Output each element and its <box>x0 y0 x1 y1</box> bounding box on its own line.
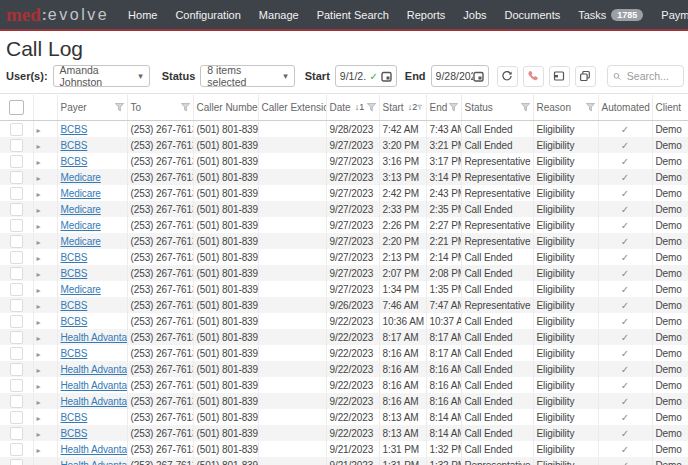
expand-caret-icon[interactable]: ▸ <box>37 350 41 359</box>
expand-caret-icon[interactable]: ▸ <box>37 430 41 439</box>
table-row[interactable]: ▸ Medicare(253) 267-7613(501) 801-83919/… <box>0 201 688 217</box>
payer-link[interactable]: BCBS <box>61 316 88 327</box>
table-row[interactable]: ▸ BCBS(253) 267-7613(501) 801-83919/22/2… <box>0 345 688 361</box>
payer-link[interactable]: Medicare <box>61 284 101 295</box>
column-header-date[interactable]: Date↓1 <box>326 94 379 121</box>
search-input[interactable] <box>625 69 678 83</box>
payer-link[interactable]: Health Advantage <box>61 444 128 455</box>
call-button[interactable] <box>523 66 544 87</box>
expand-caret-icon[interactable]: ▸ <box>37 302 41 311</box>
row-checkbox[interactable] <box>10 187 23 200</box>
expand-caret-icon[interactable]: ▸ <box>37 334 41 343</box>
table-row[interactable]: ▸ Health Advantage(253) 267-7613(501) 80… <box>0 329 688 345</box>
row-checkbox[interactable] <box>10 203 23 216</box>
payer-link[interactable]: Medicare <box>61 220 101 231</box>
row-checkbox[interactable] <box>10 411 23 424</box>
table-row[interactable]: ▸ Medicare(253) 267-7613(501) 801-83919/… <box>0 217 688 233</box>
payer-link[interactable]: BCBS <box>61 156 88 167</box>
payer-link[interactable]: BCBS <box>61 140 88 151</box>
payer-link[interactable]: Health Advantage <box>61 396 128 407</box>
row-checkbox[interactable] <box>10 283 23 296</box>
column-header-end[interactable]: End <box>426 94 461 121</box>
row-checkbox[interactable] <box>10 139 23 152</box>
row-checkbox[interactable] <box>10 363 23 376</box>
filter-funnel-icon[interactable] <box>181 103 190 112</box>
filter-funnel-icon[interactable] <box>115 103 124 112</box>
nav-item-manage[interactable]: Manage <box>250 0 308 29</box>
table-row[interactable]: ▸ BCBS(253) 267-7613(501) 801-83919/22/2… <box>0 425 688 441</box>
nav-item-jobs[interactable]: Jobs <box>454 0 495 29</box>
table-row[interactable]: ▸ BCBS(253) 267-7613(501) 801-83919/27/2… <box>0 265 688 281</box>
medevolve-logo[interactable]: med : evolve <box>0 0 119 29</box>
filter-funnel-icon[interactable] <box>367 103 376 112</box>
search-box[interactable] <box>607 65 684 87</box>
payer-link[interactable]: Medicare <box>61 172 101 183</box>
column-header-caller_extension[interactable]: Caller Extension <box>258 94 326 121</box>
expand-caret-icon[interactable]: ▸ <box>37 190 41 199</box>
table-row[interactable]: ▸ Health Advantage(253) 267-7613(501) 80… <box>0 377 688 393</box>
table-row[interactable]: ▸ BCBS(253) 267-7613(501) 801-83919/28/2… <box>0 121 688 138</box>
table-row[interactable]: ▸ Medicare(253) 267-7613(501) 801-83919/… <box>0 233 688 249</box>
payer-link[interactable]: BCBS <box>61 412 88 423</box>
row-checkbox[interactable] <box>10 299 23 312</box>
expand-caret-icon[interactable]: ▸ <box>37 286 41 295</box>
expand-caret-icon[interactable]: ▸ <box>37 254 41 263</box>
row-checkbox[interactable] <box>10 331 23 344</box>
row-checkbox[interactable] <box>10 171 23 184</box>
filter-funnel-icon[interactable] <box>521 103 530 112</box>
table-row[interactable]: ▸ BCBS(253) 267-7613(501) 801-83919/27/2… <box>0 249 688 265</box>
payer-link[interactable]: BCBS <box>61 268 88 279</box>
table-row[interactable]: ▸ BCBS(253) 267-7613(501) 801-83919/22/2… <box>0 409 688 425</box>
expand-caret-icon[interactable]: ▸ <box>37 318 41 327</box>
payer-link[interactable]: Health Advantage <box>61 380 128 391</box>
table-row[interactable]: ▸ Health Advantage(253) 267-7613(501) 80… <box>0 457 688 465</box>
table-row[interactable]: ▸ Medicare(253) 267-7613(501) 801-83919/… <box>0 281 688 297</box>
expand-caret-icon[interactable]: ▸ <box>37 222 41 231</box>
row-checkbox[interactable] <box>10 427 23 440</box>
expand-caret-icon[interactable]: ▸ <box>37 158 41 167</box>
expand-caret-icon[interactable]: ▸ <box>37 382 41 391</box>
column-header-status[interactable]: Status <box>461 94 533 121</box>
table-row[interactable]: ▸ Health Advantage(253) 267-7613(501) 80… <box>0 361 688 377</box>
row-checkbox[interactable] <box>10 219 23 232</box>
table-row[interactable]: ▸ Medicare(253) 267-7613(501) 801-83919/… <box>0 185 688 201</box>
table-row[interactable]: ▸ Health Advantage(253) 267-7613(501) 80… <box>0 441 688 457</box>
nav-item-tasks[interactable]: Tasks1785 <box>569 0 652 29</box>
start-date-input[interactable]: 9/1/2... ✓ <box>335 65 397 87</box>
payer-link[interactable]: BCBS <box>61 428 88 439</box>
row-checkbox[interactable] <box>10 235 23 248</box>
refresh-button[interactable] <box>497 66 518 87</box>
expand-caret-icon[interactable]: ▸ <box>37 462 41 465</box>
expand-caret-icon[interactable]: ▸ <box>37 126 41 135</box>
expand-caret-icon[interactable]: ▸ <box>37 270 41 279</box>
expand-caret-icon[interactable]: ▸ <box>37 174 41 183</box>
table-row[interactable]: ▸ BCBS(253) 267-7613(501) 801-83919/27/2… <box>0 137 688 153</box>
row-checkbox[interactable] <box>10 459 23 465</box>
calendar-icon[interactable] <box>473 71 484 82</box>
payer-link[interactable]: BCBS <box>61 348 88 359</box>
payer-link[interactable]: BCBS <box>61 124 88 135</box>
nav-item-reports[interactable]: Reports <box>398 0 455 29</box>
copy-button[interactable] <box>575 66 596 87</box>
column-header-reason[interactable]: Reason <box>533 94 598 121</box>
expand-caret-icon[interactable]: ▸ <box>37 238 41 247</box>
table-row[interactable]: ▸ BCBS(253) 267-7613(501) 801-83919/22/2… <box>0 313 688 329</box>
payer-link[interactable]: BCBS <box>61 252 88 263</box>
payer-link[interactable]: Health Advantage <box>61 460 128 465</box>
row-checkbox[interactable] <box>10 267 23 280</box>
column-header-to[interactable]: To <box>127 94 193 121</box>
filter-funnel-icon[interactable] <box>417 103 422 112</box>
end-date-input[interactable]: 9/28/2023 <box>431 65 489 87</box>
row-checkbox[interactable] <box>10 123 23 136</box>
column-header-payer[interactable]: Payer <box>57 94 127 121</box>
expand-caret-icon[interactable]: ▸ <box>37 414 41 423</box>
nav-item-configuration[interactable]: Configuration <box>166 0 249 29</box>
users-dropdown[interactable]: Amanda Johnston ▾ <box>53 65 150 87</box>
payer-link[interactable]: BCBS <box>61 300 88 311</box>
payer-link[interactable]: Medicare <box>61 204 101 215</box>
payer-link[interactable]: Medicare <box>61 188 101 199</box>
filter-funnel-icon[interactable] <box>449 103 458 112</box>
column-header-caller_number[interactable]: Caller Number <box>193 94 258 121</box>
row-checkbox[interactable] <box>10 347 23 360</box>
select-all-checkbox[interactable] <box>9 100 24 115</box>
